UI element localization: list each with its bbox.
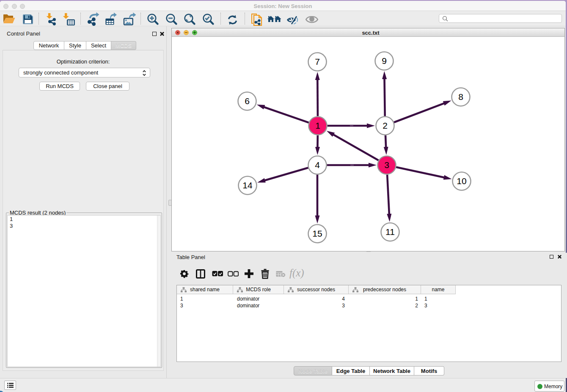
svg-text:10: 10 xyxy=(457,176,466,186)
svg-text:1: 1 xyxy=(315,121,320,130)
svg-text:9: 9 xyxy=(382,56,387,66)
svg-text:14: 14 xyxy=(242,180,253,190)
svg-text:3: 3 xyxy=(384,160,389,170)
svg-text:8: 8 xyxy=(458,92,463,102)
svg-text:6: 6 xyxy=(245,96,250,106)
svg-text:7: 7 xyxy=(315,57,320,66)
svg-text:11: 11 xyxy=(385,227,395,237)
svg-text:4: 4 xyxy=(315,160,320,170)
svg-text:2: 2 xyxy=(383,121,388,130)
svg-text:15: 15 xyxy=(312,229,322,238)
